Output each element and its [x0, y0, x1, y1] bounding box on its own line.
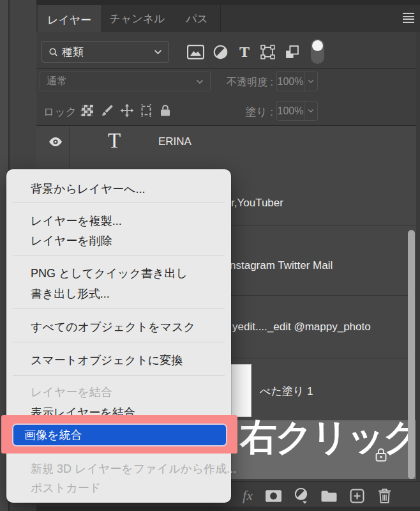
menu-item-quick-export-png[interactable]: PNG としてクイック書き出し: [14, 263, 240, 284]
menu-item-layer-from-background[interactable]: 背景からレイヤーへ...: [14, 179, 240, 199]
new-group-icon[interactable]: [319, 487, 338, 504]
menu-item-export-as[interactable]: 書き出し形式...: [14, 284, 240, 304]
eye-column-divider: [69, 126, 70, 169]
menu-separator: [13, 309, 225, 309]
menu-item-new-3d-layer: 新規 3D レイヤーをファイルから作成...: [14, 459, 240, 479]
filter-kind-label: 種類: [62, 45, 154, 59]
scrollbar[interactable]: [408, 230, 415, 479]
chevron-down-icon[interactable]: [304, 72, 317, 91]
opacity-field[interactable]: 100%: [276, 72, 318, 91]
menu-separator: [13, 342, 225, 342]
lock-icon: [375, 447, 387, 462]
menu-item-delete-layer[interactable]: レイヤーを削除: [14, 231, 240, 251]
lock-move-icon[interactable]: [119, 103, 135, 118]
menu-separator: [13, 256, 225, 256]
menu-item-postcard: ポストカード: [14, 478, 240, 498]
menu-item-merge-layers: レイヤーを結合: [14, 382, 240, 402]
tab-channels[interactable]: チャンネル: [101, 5, 174, 32]
add-layer-mask-icon[interactable]: [264, 487, 283, 504]
fill-field[interactable]: 100%: [276, 101, 318, 121]
blend-mode-select[interactable]: 通常: [40, 72, 211, 91]
smart-object-filter-icon[interactable]: [281, 40, 303, 64]
filter-toggle[interactable]: [311, 39, 324, 64]
chevron-down-icon: [196, 79, 204, 84]
new-layer-icon[interactable]: [347, 487, 366, 504]
delete-layer-icon[interactable]: [375, 487, 394, 504]
panel-menu-icon[interactable]: [403, 13, 414, 23]
menu-separator: [13, 202, 225, 203]
layer-filter-select[interactable]: 種類: [41, 41, 169, 63]
opacity-label: 不透明度 :: [217, 76, 273, 89]
opacity-value: 100%: [277, 72, 304, 91]
shape-layer-filter-icon[interactable]: [257, 40, 278, 64]
type-filter-glyph: T: [239, 44, 250, 59]
chevron-down-icon[interactable]: [304, 102, 317, 120]
fill-value: 100%: [277, 102, 304, 120]
flatten-image-label: 画像を統合: [24, 427, 82, 443]
tab-channels-label: チャンネル: [110, 11, 165, 26]
toggle-knob: [312, 40, 323, 51]
tab-layers[interactable]: レイヤー: [38, 5, 101, 35]
right-click-annotation: 右クリック: [240, 416, 420, 457]
search-icon: [49, 47, 58, 57]
panel-bottom-strip: [36, 507, 420, 511]
menu-item-flatten-image[interactable]: 画像を統合: [12, 423, 227, 446]
blend-mode-value: 通常: [47, 75, 67, 88]
fx-label: fx: [243, 487, 253, 504]
lock-artboard-icon[interactable]: [138, 103, 154, 118]
type-layer-filter-icon[interactable]: T: [234, 40, 255, 64]
menu-separator: [13, 375, 225, 376]
eye-icon[interactable]: [47, 136, 64, 148]
adjustment-layer-icon[interactable]: [291, 487, 310, 504]
menu-item-convert-to-smart-object[interactable]: スマートオブジェクトに変換: [14, 350, 240, 370]
layer-name-mappy[interactable]: yedit...._edit @mappy_photo: [232, 321, 371, 333]
pixel-layer-filter-icon[interactable]: [184, 40, 206, 64]
panel-right-edge: [416, 32, 420, 511]
layer-name-instagram[interactable]: nstagram Twitter Mail: [230, 259, 333, 272]
lock-transparency-icon[interactable]: [79, 103, 96, 118]
tab-paths-label: パス: [186, 11, 208, 26]
menu-item-mask-all-objects[interactable]: すべてのオブジェクトをマスク: [14, 317, 240, 337]
text-layer-thumbnail[interactable]: T: [103, 129, 125, 155]
menu-item-duplicate-layer[interactable]: レイヤーを複製...: [14, 211, 240, 231]
lock-paint-icon[interactable]: [99, 103, 116, 118]
chevron-down-icon: [154, 49, 162, 55]
lock-all-icon[interactable]: [157, 103, 174, 118]
layer-name-solid-fill[interactable]: べた塗り 1: [260, 384, 313, 399]
layer-name-erina[interactable]: ERINA: [158, 135, 191, 148]
tab-layers-label: レイヤー: [47, 13, 91, 27]
lock-label: ロック :: [43, 105, 83, 119]
adjustment-layer-filter-icon[interactable]: [209, 40, 231, 64]
fill-label: 塗り :: [227, 105, 273, 119]
panel-top-strip: [36, 0, 420, 5]
layer-style-fx-button[interactable]: fx: [238, 487, 257, 504]
tab-paths[interactable]: パス: [174, 5, 221, 32]
photoshop-layers-panel: レイヤー チャンネル パス 種類 T 通常 不透明度 : 100% ロック :: [0, 0, 420, 511]
